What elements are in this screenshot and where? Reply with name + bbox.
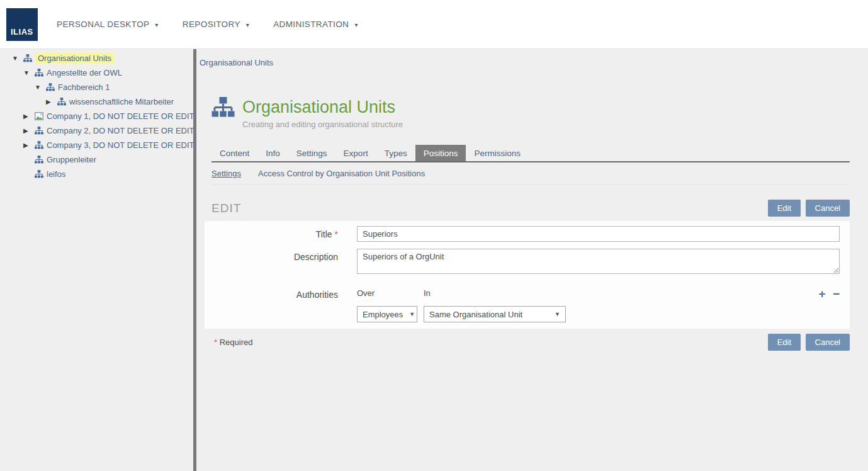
- expander-closed-icon[interactable]: ▶: [23, 113, 32, 120]
- tree-item-company-3[interactable]: ▶ Company 3, DO NOT DELETE OR EDIT!!!: [0, 138, 193, 152]
- expander-closed-icon[interactable]: ▶: [23, 142, 32, 149]
- repository-tree: ▼ Organisational Units ▼ Angestellte der…: [0, 49, 193, 471]
- expander-closed-icon[interactable]: ▶: [46, 98, 55, 105]
- in-column-label: In: [424, 288, 431, 298]
- form-row-description: Description Superiors of a OrgUnit: [205, 249, 840, 276]
- tree-item-label[interactable]: Company 2, DO NOT DELETE OR EDIT!!!: [47, 126, 193, 135]
- form-toolbar-top: EDIT Edit Cancel: [211, 200, 850, 217]
- tree-item-label[interactable]: leifos: [47, 169, 65, 179]
- form-row-authorities: Authorities Over In Employees ▼ Same Org…: [205, 287, 840, 322]
- chevron-down-icon: ▾: [246, 21, 249, 28]
- tree-item-organisational-units[interactable]: ▼ Organisational Units: [0, 51, 193, 65]
- menu-administration[interactable]: ADMINISTRATION ▾: [273, 20, 358, 29]
- over-column-label: Over: [357, 288, 424, 298]
- form-heading: EDIT: [211, 201, 241, 215]
- tree-item-angestellte-der-owl[interactable]: ▼ Angestellte der OWL: [0, 65, 193, 80]
- orgunit-icon: [46, 83, 55, 91]
- orgunit-icon: [35, 69, 43, 77]
- orgunit-icon: [211, 97, 235, 118]
- chevron-down-icon: ▾: [155, 21, 158, 28]
- tree-item-leifos[interactable]: leifos: [0, 167, 193, 181]
- tree-item-company-2[interactable]: ▶ Company 2, DO NOT DELETE OR EDIT!!!: [0, 123, 193, 138]
- cancel-button[interactable]: Cancel: [806, 200, 850, 217]
- form-row-title: Title *: [205, 226, 840, 242]
- tree-item-company-1[interactable]: ▶ Company 1, DO NOT DELETE OR EDIT!!!: [0, 109, 193, 123]
- ilias-logo-text: ILIAS: [11, 27, 33, 37]
- tab-info[interactable]: Info: [257, 145, 288, 161]
- authorities-column-headers: Over In: [357, 287, 840, 298]
- orgunit-icon: [35, 127, 43, 135]
- tab-bar: Content Info Settings Export Types Posit…: [211, 145, 850, 162]
- orgunit-icon: [35, 170, 43, 178]
- orgunit-icon: [35, 141, 43, 149]
- tree-item-label[interactable]: Angestellte der OWL: [47, 68, 122, 77]
- subtab-settings[interactable]: Settings: [211, 169, 241, 178]
- authority-in-select[interactable]: Same Organisational Unit ▼: [424, 306, 566, 322]
- main-content: Organisational Units Organisational Unit…: [196, 49, 868, 471]
- title-field-label: Title *: [205, 226, 357, 242]
- edit-button[interactable]: Edit: [768, 334, 801, 351]
- authority-over-select[interactable]: Employees ▼: [357, 306, 417, 322]
- top-bar: ILIAS PERSONAL DESKTOP ▾ REPOSITORY ▾ AD…: [0, 0, 868, 49]
- edit-form-panel: Title * Description Superiors of a OrgUn…: [205, 221, 850, 329]
- tree-item-fachbereich-1[interactable]: ▼ Fachbereich 1: [0, 80, 193, 94]
- title-field[interactable]: [357, 226, 840, 242]
- tab-settings[interactable]: Settings: [288, 145, 335, 161]
- subtab-access-control[interactable]: Access Control by Organisation Unit Posi…: [258, 169, 425, 178]
- cancel-button[interactable]: Cancel: [806, 334, 850, 351]
- authorities-field-label: Authorities: [205, 287, 357, 322]
- tab-permissions[interactable]: Permissions: [466, 145, 529, 161]
- add-authority-button[interactable]: +: [819, 287, 826, 300]
- required-asterisk: *: [214, 338, 217, 347]
- tree-item-label[interactable]: Fachbereich 1: [58, 82, 110, 92]
- expander-open-icon[interactable]: ▼: [23, 69, 32, 76]
- description-field-label: Description: [205, 249, 357, 276]
- edit-button[interactable]: Edit: [768, 200, 801, 217]
- select-caret-icon: ▼: [409, 311, 415, 317]
- chevron-down-icon: ▾: [354, 21, 358, 28]
- tree-item-label[interactable]: Company 3, DO NOT DELETE OR EDIT!!!: [47, 140, 193, 150]
- orgunit-icon: [35, 156, 43, 164]
- page-title: Organisational Units: [242, 98, 395, 117]
- required-note: * Required: [214, 338, 252, 347]
- tab-export[interactable]: Export: [335, 145, 376, 161]
- orgunit-icon: [23, 54, 32, 62]
- page-subtitle: Creating and editing organisational stru…: [242, 120, 850, 129]
- category-icon: [35, 112, 43, 120]
- main-menu: PERSONAL DESKTOP ▾ REPOSITORY ▾ ADMINIST…: [57, 20, 382, 29]
- orgunit-icon: [57, 98, 66, 106]
- menu-repository[interactable]: REPOSITORY ▾: [183, 20, 249, 29]
- form-toolbar-bottom: * Required Edit Cancel: [211, 334, 850, 351]
- tree-item-label[interactable]: Company 1, DO NOT DELETE OR EDIT!!!: [47, 111, 193, 121]
- expander-open-icon[interactable]: ▼: [12, 55, 21, 62]
- tab-positions[interactable]: Positions: [415, 145, 466, 161]
- menu-personal-desktop[interactable]: PERSONAL DESKTOP ▾: [57, 20, 159, 29]
- tree-item-wissenschaftliche-mitarbeiter[interactable]: ▶ wissenschaftliche Mitarbeiter: [0, 94, 193, 109]
- tree-item-gruppenleiter[interactable]: Gruppenleiter: [0, 152, 193, 167]
- tree-item-label[interactable]: wissenschaftliche Mitarbeiter: [69, 97, 174, 106]
- subtab-bar: Settings Access Control by Organisation …: [211, 162, 850, 184]
- expander-open-icon[interactable]: ▼: [35, 84, 43, 91]
- ilias-logo[interactable]: ILIAS: [6, 8, 38, 41]
- description-field[interactable]: Superiors of a OrgUnit: [357, 249, 840, 274]
- authority-row-actions: + −: [815, 287, 840, 301]
- tab-content[interactable]: Content: [211, 145, 257, 161]
- tree-item-label[interactable]: Organisational Units: [35, 53, 114, 64]
- tree-item-label[interactable]: Gruppenleiter: [47, 155, 96, 164]
- tab-types[interactable]: Types: [376, 145, 415, 161]
- breadcrumb[interactable]: Organisational Units: [200, 58, 850, 67]
- expander-closed-icon[interactable]: ▶: [23, 127, 32, 134]
- required-asterisk: *: [335, 229, 338, 239]
- select-caret-icon: ▼: [555, 311, 560, 317]
- remove-authority-button[interactable]: −: [833, 287, 840, 300]
- page-header: Organisational Units: [211, 97, 850, 118]
